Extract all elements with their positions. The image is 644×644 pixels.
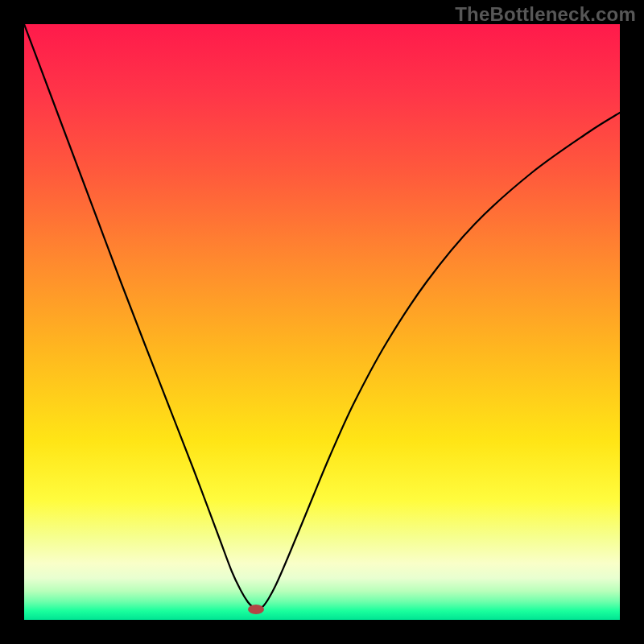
- chart-svg: [24, 24, 620, 620]
- watermark-text: TheBottleneck.com: [455, 3, 636, 26]
- optimal-marker: [248, 605, 264, 614]
- chart-frame: TheBottleneck.com: [0, 0, 644, 644]
- plot-area: [24, 24, 620, 620]
- gradient-background: [24, 24, 620, 620]
